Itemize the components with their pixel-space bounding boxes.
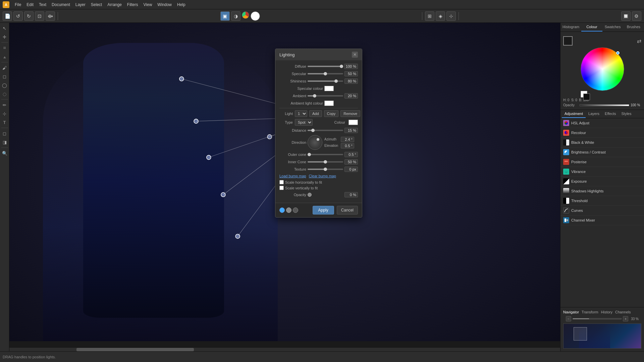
zoom-in-btn[interactable]: + [623,316,628,321]
view-mode-btn4[interactable] [251,11,260,21]
load-bump-map-btn[interactable]: Load bump map [279,174,306,178]
move-tool[interactable]: ✛ [1,33,9,41]
menu-arrange[interactable]: Arrange [105,2,124,8]
tab-swatches[interactable]: Swatches [602,23,623,32]
grid-btn[interactable]: ⊞ [425,11,434,21]
eraser-tool[interactable]: ◻ [1,72,9,80]
nav-tab-channels[interactable]: Channels [615,310,631,314]
specular-slider-thumb[interactable] [324,72,327,75]
crop-tool[interactable]: ⌗ [1,44,9,52]
redo-btn[interactable]: ↻ [24,11,34,21]
preview-icon-2[interactable] [286,207,291,213]
tab-colour[interactable]: Colour [581,23,602,32]
remove-light-btn[interactable]: Remove [340,110,360,117]
menu-file[interactable]: File [12,2,24,8]
shininess-slider-thumb[interactable] [334,79,338,83]
menu-layer[interactable]: Layer [73,2,88,8]
diffuse-slider-thumb[interactable] [340,65,343,68]
light-colour-swatch[interactable] [348,120,358,125]
pixel-btn[interactable]: 🔲 [621,11,631,21]
copy-light-btn[interactable]: Copy [324,110,339,117]
cancel-button[interactable]: Cancel [337,206,358,215]
paint-brush-tool[interactable]: 🖌 [1,64,9,72]
view-mode-btn1[interactable]: ▣ [220,11,230,21]
black-swatch[interactable] [583,94,590,100]
scale-v-checkbox[interactable]: Scale vertically to fit [279,186,358,190]
h-scrollbar-thumb[interactable] [76,348,194,351]
smudge-tool[interactable]: ◌ [1,90,9,98]
color-wheel[interactable] [563,47,641,91]
navigator-preview[interactable] [563,323,641,349]
guides-btn[interactable]: ⊹ [446,11,456,21]
menu-view[interactable]: View [141,2,155,8]
straighten-tool[interactable]: ⟁ [1,53,9,61]
menu-edit[interactable]: Edit [24,2,36,8]
settings-btn[interactable]: ⚙ [632,11,641,21]
adj-shadows-highlights[interactable]: Shadows Highlights [560,186,644,196]
zoom-out-btn[interactable]: − [566,316,571,321]
undo-btn[interactable]: ↺ [13,11,23,21]
adj-channel-mixer[interactable]: Channel Mixer [560,216,644,225]
view-mode-btn3[interactable] [242,11,249,19]
adj-tab-effects[interactable]: Effects [602,110,619,118]
text-tool[interactable]: T [1,118,9,126]
apply-button[interactable]: Apply [313,206,334,215]
distance-slider-thumb[interactable] [311,129,315,132]
tab-histogram[interactable]: Histogram [560,23,581,32]
nav-tab-navigator[interactable]: Navigator [563,310,579,314]
outer-cone-slider-thumb[interactable] [308,153,311,156]
swap-colors-btn[interactable]: ⇄ [637,38,641,44]
menu-text[interactable]: Text [36,2,49,8]
tab-brushes[interactable]: Brushes [623,23,644,32]
menu-document[interactable]: Document [49,2,73,8]
inner-cone-slider-thumb[interactable] [324,160,327,164]
adj-exposure[interactable]: Exposure [560,177,644,186]
opacity-small-circle[interactable] [308,193,312,197]
vector-tool[interactable]: ✏ [1,101,9,109]
opacity-slider[interactable] [580,104,629,106]
adj-posterise[interactable]: Posterise [560,157,644,167]
direction-wheel[interactable] [308,135,322,150]
menu-help[interactable]: Help [174,2,188,8]
adj-recolour[interactable]: Recolour [560,128,644,138]
adj-curves[interactable]: Curves [560,206,644,216]
nav-tab-transform[interactable]: Transform [582,310,598,314]
clear-bump-map-btn[interactable]: Clear bump map [309,174,336,178]
adj-vibrance[interactable]: Vibrance [560,167,644,177]
navigator-viewport[interactable] [574,327,587,341]
shape-tool[interactable]: ◻ [1,129,9,137]
adj-tab-styles[interactable]: Styles [619,110,634,118]
new-document-btn[interactable]: 📄 [3,11,12,21]
adj-black-white[interactable]: Black & White [560,138,644,147]
light-number-select[interactable]: 1 [295,110,307,117]
preview-icon-1[interactable] [279,207,285,213]
dodge-tool[interactable]: ◯ [1,81,9,89]
zoom-tool[interactable]: 🔍 [1,149,9,157]
transform-btn[interactable]: ⟴ [46,11,55,21]
adj-threshold[interactable]: Threshold [560,196,644,206]
adj-tab-layers[interactable]: Layers [586,110,602,118]
view-mode-btn2[interactable]: ◑ [231,11,240,21]
scale-h-checkbox[interactable]: Scale horizontally to fit [279,180,358,184]
specular-colour-swatch[interactable] [324,86,334,91]
foreground-swatch[interactable] [563,36,573,46]
zoom-slider[interactable] [573,318,622,319]
ambient-slider-thumb[interactable] [313,94,316,98]
pen-tool[interactable]: ⊹ [1,110,9,118]
preview-icon-3[interactable] [293,207,298,213]
dialog-close-btn[interactable]: ✕ [352,52,358,58]
menu-window[interactable]: Window [155,2,174,8]
dialog-title-bar[interactable]: Lighting ✕ [275,49,362,60]
gradient-tool[interactable]: ◨ [1,138,9,146]
menu-filters[interactable]: Filters [124,2,141,8]
adj-tab-adjustment[interactable]: Adjustment [562,110,586,118]
adj-brightness-contrast[interactable]: Brightness / Contrast [560,147,644,157]
snapping-btn[interactable]: ⊡ [35,11,44,21]
menu-select[interactable]: Select [88,2,105,8]
ambient-colour-swatch[interactable] [324,101,334,106]
select-tool[interactable]: ↖ [1,24,9,32]
light-type-select[interactable]: Spot [295,119,313,126]
nav-tab-history[interactable]: History [601,310,612,314]
add-light-btn[interactable]: Add [309,110,322,117]
adj-hsl[interactable]: HSL Adjust [560,118,644,128]
